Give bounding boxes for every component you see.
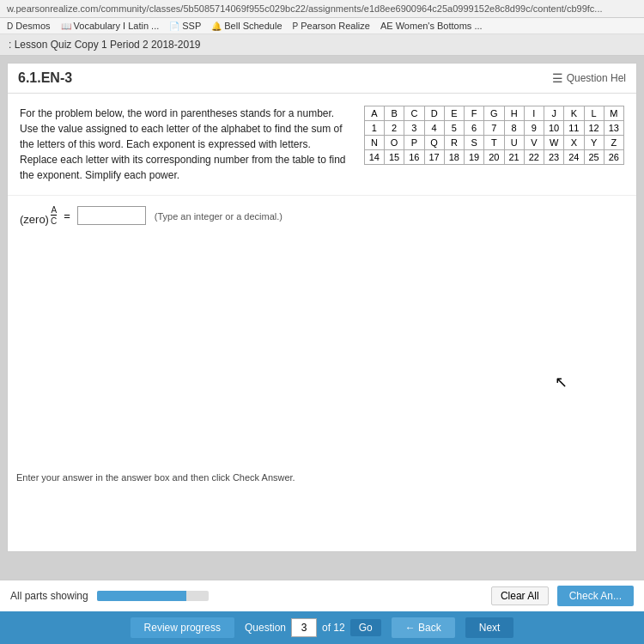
val-15: 15 xyxy=(385,150,404,165)
val-14: 14 xyxy=(364,150,384,165)
val-1: 1 xyxy=(364,121,384,136)
question-text: For the problem below, the word in paren… xyxy=(20,106,347,183)
ssp-icon: 📄 xyxy=(169,21,179,31)
val-7: 7 xyxy=(484,121,504,136)
bookmarks-bar: D Desmos 📖 Vocabulary I Latin ... 📄 SSP … xyxy=(0,18,644,34)
footer-bottom: Review progress Question of 12 Go ← Back… xyxy=(0,611,644,644)
col-Z: Z xyxy=(604,136,623,150)
cursor: ↖ xyxy=(555,373,568,392)
val-26: 26 xyxy=(604,150,623,165)
bookmark-pearson[interactable]: P Pearson Realize xyxy=(293,21,370,31)
footer: All parts showing Clear All Check An... … xyxy=(0,580,644,644)
val-6: 6 xyxy=(465,121,484,136)
col-H: H xyxy=(504,106,524,121)
col-V: V xyxy=(524,136,544,150)
input-hint: (Type an integer or a decimal.) xyxy=(155,211,283,222)
val-8: 8 xyxy=(504,121,524,136)
val-22: 22 xyxy=(524,150,544,165)
val-9: 9 xyxy=(524,121,544,136)
val-4: 4 xyxy=(424,121,444,136)
clear-all-button[interactable]: Clear All xyxy=(491,586,549,605)
question-help-button[interactable]: ☰ Question Hel xyxy=(552,71,626,85)
col-M: M xyxy=(604,106,623,121)
col-S: S xyxy=(465,136,484,150)
val-13: 13 xyxy=(604,121,623,136)
val-3: 3 xyxy=(404,121,424,136)
pearson-icon: P xyxy=(293,21,299,31)
col-T: T xyxy=(484,136,504,150)
val-2: 2 xyxy=(385,121,404,136)
col-G: G xyxy=(484,106,504,121)
exponent-fraction: A C xyxy=(51,206,57,226)
val-16: 16 xyxy=(404,150,424,165)
bookmark-desmos[interactable]: D Desmos xyxy=(7,21,51,31)
question-nav-label: Question xyxy=(245,622,286,634)
input-area: (zero) A C = (Type an integer or a decim… xyxy=(8,196,636,236)
check-answer-button[interactable]: Check An... xyxy=(557,586,634,606)
go-button[interactable]: Go xyxy=(350,619,381,636)
col-U: U xyxy=(504,136,524,150)
question-header: 6.1.EN-3 ☰ Question Hel xyxy=(8,64,636,94)
col-E: E xyxy=(444,106,464,121)
exponent-denominator: C xyxy=(51,215,57,226)
val-11: 11 xyxy=(564,121,584,136)
col-B: B xyxy=(385,106,404,121)
col-A: A xyxy=(364,106,384,121)
browser-bar: w.pearsonrealize.com/community/classes/5… xyxy=(0,0,644,18)
alphabet-table-container: A B C D E F G H I J K L M 1 2 3 xyxy=(364,106,624,183)
bookmark-bell-schedule[interactable]: 🔔 Bell Schedule xyxy=(211,21,282,31)
col-L: L xyxy=(584,106,604,121)
question-id: 6.1.EN-3 xyxy=(18,70,72,86)
vocabulary-icon: 📖 xyxy=(61,21,71,31)
col-I: I xyxy=(524,106,544,121)
col-P: P xyxy=(404,136,424,150)
page-title: : Lesson Quiz Copy 1 Period 2 2018-2019 xyxy=(9,39,200,51)
val-12: 12 xyxy=(584,121,604,136)
help-icon: ☰ xyxy=(552,71,563,85)
next-button[interactable]: Next xyxy=(465,617,514,638)
question-number-input[interactable] xyxy=(291,618,317,637)
val-5: 5 xyxy=(444,121,464,136)
col-O: O xyxy=(385,136,404,150)
val-24: 24 xyxy=(564,150,584,165)
val-18: 18 xyxy=(444,150,464,165)
bookmark-vocabulary[interactable]: 📖 Vocabulary I Latin ... xyxy=(61,21,160,31)
bell-icon: 🔔 xyxy=(211,21,222,31)
bookmark-ssp[interactable]: 📄 SSP xyxy=(169,21,201,31)
val-19: 19 xyxy=(465,150,484,165)
col-X: X xyxy=(564,136,584,150)
col-K: K xyxy=(564,106,584,121)
col-Y: Y xyxy=(584,136,604,150)
col-Q: Q xyxy=(424,136,444,150)
col-R: R xyxy=(444,136,464,150)
question-body: For the problem below, the word in paren… xyxy=(8,94,636,196)
equation-base: (zero) xyxy=(20,213,49,226)
footer-top: All parts showing Clear All Check An... xyxy=(0,580,644,611)
answer-input[interactable] xyxy=(77,206,146,225)
progress-bar-fill xyxy=(97,591,186,601)
col-N: N xyxy=(364,136,384,150)
col-W: W xyxy=(544,136,564,150)
col-C: C xyxy=(404,106,424,121)
of-label: of 12 xyxy=(322,622,345,634)
back-button[interactable]: ← Back xyxy=(392,617,455,638)
col-J: J xyxy=(544,106,564,121)
main-content: 6.1.EN-3 ☰ Question Hel For the problem … xyxy=(7,63,637,552)
bottom-instruction: Enter your answer in the answer box and … xyxy=(16,472,295,483)
alphabet-table: A B C D E F G H I J K L M 1 2 3 xyxy=(364,106,624,165)
all-parts-label: All parts showing xyxy=(10,590,88,602)
question-nav: Question of 12 Go xyxy=(245,618,381,637)
val-20: 20 xyxy=(484,150,504,165)
val-21: 21 xyxy=(504,150,524,165)
exponent-numerator: A xyxy=(52,206,58,215)
bookmark-ae[interactable]: AE Women's Bottoms ... xyxy=(380,21,483,31)
url-bar[interactable]: w.pearsonrealize.com/community/classes/5… xyxy=(7,3,637,14)
page-title-bar: : Lesson Quiz Copy 1 Period 2 2018-2019 xyxy=(0,34,644,56)
desmos-icon: D xyxy=(7,21,13,31)
review-progress-button[interactable]: Review progress xyxy=(131,617,234,638)
equals-sign: = xyxy=(64,210,70,222)
val-10: 10 xyxy=(544,121,564,136)
col-D: D xyxy=(424,106,444,121)
progress-bar xyxy=(97,591,209,601)
val-25: 25 xyxy=(584,150,604,165)
